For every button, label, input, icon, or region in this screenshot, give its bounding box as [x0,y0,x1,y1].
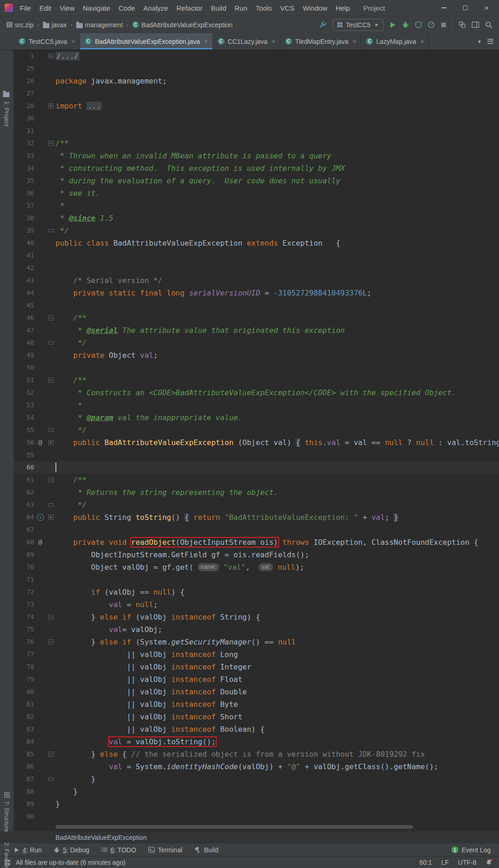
line-number[interactable]: 37 [14,199,34,212]
code-text[interactable]: private void readObject(ObjectInputStrea… [55,536,499,549]
code-text[interactable]: /* Serial version */ [55,274,499,287]
gutter[interactable]: 36 [14,187,55,199]
code-line-25[interactable]: 25 [14,62,499,75]
line-number[interactable]: 43 [14,274,34,287]
code-line-48[interactable]: 48 */ [14,337,499,349]
code-text[interactable]: } else { // the serialized object is fro… [55,748,499,760]
code-line-55[interactable]: 55 */ [14,424,499,436]
code-line-33[interactable]: 33 * Thrown when an invalid MBean attrib… [14,150,499,162]
project-structure-icon[interactable] [459,21,466,28]
code-text[interactable]: public BadAttributeValueExpException (Ob… [55,436,499,449]
gutter[interactable]: 88 [14,785,55,798]
line-number[interactable]: 27 [14,87,34,100]
code-line-28[interactable]: 28+import ... [14,100,499,112]
line-number[interactable]: 81 [14,698,34,711]
search-icon[interactable] [485,21,493,29]
horizontal-scrollbar[interactable] [14,823,499,831]
line-number[interactable]: 48 [14,337,34,349]
fold-column[interactable] [46,399,55,411]
code-text[interactable]: * Constructs an <CODE>BadAttributeValueE… [55,386,499,399]
code-text[interactable] [55,125,499,137]
fold-column[interactable] [46,87,55,100]
code-text[interactable]: || valObj instanceof Short [55,711,499,723]
code-line-38[interactable]: 38 * @since 1.5 [14,212,499,224]
fold-marker-icon[interactable]: + [49,440,54,445]
fold-marker-icon[interactable]: − [49,752,54,757]
fold-column[interactable] [46,299,55,312]
gutter[interactable]: 84 [14,735,55,748]
line-number[interactable]: 60 [14,461,34,474]
fold-column[interactable] [46,773,55,785]
close-icon[interactable]: × [204,38,207,45]
gutter[interactable]: 78 [14,661,55,673]
gutter[interactable]: 72 [14,586,55,598]
fold-column[interactable]: − [46,312,55,324]
line-number[interactable]: 33 [14,150,34,162]
gutter[interactable]: 64↑+ [14,511,55,524]
gutter[interactable]: 62 [14,486,55,499]
gutter[interactable]: 75 [14,623,55,636]
code-line-79[interactable]: 79 || valObj instanceof Float [14,673,499,686]
breadcrumb-item[interactable]: javax [42,21,68,29]
code-text[interactable]: } else if (valObj instanceof String) { [55,611,499,623]
code-line-56[interactable]: 56@+ public BadAttributeValueExpExceptio… [14,436,499,449]
gutter[interactable]: 45 [14,299,55,312]
code-text[interactable] [55,461,499,474]
fold-column[interactable] [46,536,55,549]
fold-column[interactable] [46,561,55,573]
line-number[interactable]: 51 [14,374,34,386]
code-text[interactable]: val= valObj; [55,623,499,636]
line-number[interactable]: 69 [14,549,34,561]
code-line-42[interactable]: 42 [14,262,499,274]
menu-edit[interactable]: Edit [35,4,55,12]
fold-column[interactable] [46,237,55,249]
line-number[interactable]: 39 [14,224,34,237]
code-line-83[interactable]: 83 || valObj instanceof Boolean) { [14,723,499,735]
fold-column[interactable] [46,187,55,199]
code-line-30[interactable]: 30 [14,112,499,125]
code-text[interactable]: * Returns the string representing the ob… [55,486,499,499]
fold-marker-icon[interactable]: − [49,141,54,146]
code-line-1[interactable]: 1+/.../ [14,50,499,62]
fold-column[interactable] [46,760,55,773]
gutter[interactable]: 77 [14,648,55,661]
tab-CC1Lazy.java[interactable]: CCC1Lazy.java× [213,33,280,49]
code-text[interactable]: * @since 1.5 [55,212,499,224]
gutter[interactable]: 71 [14,573,55,586]
fold-column[interactable] [46,162,55,175]
fold-column[interactable] [46,212,55,224]
event-log-button[interactable]: 1 Event Log [451,846,493,854]
menu-navigate[interactable]: Navigate [79,4,114,12]
gutter[interactable]: 43 [14,274,55,287]
stop-button[interactable] [441,22,446,28]
toolwindow-todo[interactable]: 6: TODO [101,846,136,854]
gutter[interactable]: 51− [14,374,55,386]
code-line-82[interactable]: 82 || valObj instanceof Short [14,711,499,723]
line-number[interactable]: 32 [14,137,34,150]
code-text[interactable]: /** [55,474,499,486]
code-text[interactable]: private static final long serialVersionU… [55,287,499,299]
line-number[interactable]: 49 [14,349,34,362]
code-line-46[interactable]: 46− /** [14,312,499,324]
line-number[interactable]: 54 [14,411,34,424]
notifications-bell-icon[interactable] [486,859,493,866]
menu-code[interactable]: Code [114,4,139,12]
code-line-32[interactable]: 32−/** [14,137,499,150]
code-line-44[interactable]: 44 private static final long serialVersi… [14,287,499,299]
line-number[interactable]: 52 [14,386,34,399]
fold-column[interactable] [46,449,55,461]
fold-column[interactable] [46,199,55,212]
code-line-76[interactable]: 76− } else if (System.getSecurityManager… [14,636,499,648]
code-line-77[interactable]: 77 || valObj instanceof Long [14,648,499,661]
gutter[interactable]: 30 [14,112,55,125]
fold-column[interactable] [46,324,55,337]
line-number[interactable]: 50 [14,362,34,374]
line-number[interactable]: 72 [14,586,34,598]
gutter[interactable]: 44 [14,287,55,299]
line-number[interactable]: 84 [14,735,34,748]
line-number[interactable]: 1 [14,50,34,62]
gutter[interactable]: 86 [14,760,55,773]
fold-marker-icon[interactable] [49,229,54,232]
gutter[interactable]: 25 [14,62,55,75]
code-text[interactable]: * [55,399,499,411]
